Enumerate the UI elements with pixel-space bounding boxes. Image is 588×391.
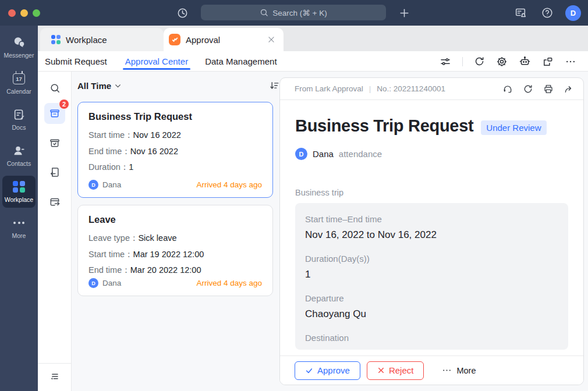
card-row: Leave type：Sick leave (88, 230, 262, 247)
requester-name: Dana (102, 279, 121, 287)
approval-card-leave[interactable]: Leave Leave type：Sick leave Start time：M… (77, 205, 273, 296)
search-input[interactable]: Search (⌘ + K) (201, 5, 386, 20)
status-badge: Under Review (481, 120, 546, 135)
sidebar-item-label: Workplace (5, 196, 33, 203)
pending-count-badge: 2 (59, 99, 69, 109)
settings-gear-icon[interactable] (496, 56, 508, 67)
chevron-down-icon (114, 82, 122, 90)
share-icon[interactable] (564, 84, 574, 94)
card-row: Duration：1 (88, 159, 262, 176)
sidebar-item-contacts[interactable]: Contacts (2, 140, 36, 172)
search-icon (260, 8, 268, 17)
rail-pending-approvals[interactable]: 2 (44, 103, 65, 124)
tab-label: Workplace (66, 35, 107, 45)
sidebar-item-workplace[interactable]: Workplace (2, 176, 36, 208)
approval-app-icon (169, 34, 180, 45)
search-placeholder: Search (⌘ + K) (272, 8, 327, 17)
detail-number: No.: 202211240001 (377, 84, 445, 93)
contacts-icon (12, 144, 26, 158)
approval-content: 2 (38, 72, 588, 391)
refresh-icon[interactable] (474, 56, 485, 67)
workplace-icon (13, 180, 25, 194)
calendar-icon: 17 (13, 72, 25, 86)
print-icon[interactable] (543, 84, 554, 94)
help-icon[interactable] (539, 4, 556, 22)
form-fields-box: Start time–End time Nov 16, 2022 to Nov … (295, 203, 568, 350)
approval-card-business-trip[interactable]: Business Trip Request Start time：Nov 16 … (77, 102, 273, 198)
sidebar-item-label: More (12, 232, 26, 239)
app-sidebar: Messenger 17 Calendar Docs Contacts (0, 26, 38, 391)
sidebar-item-messenger[interactable]: Messenger (2, 31, 36, 63)
card-row: Start time：Mar 19 2022 12:00 (88, 247, 262, 263)
card-title: Leave (88, 214, 262, 225)
arrived-timestamp: Arrived 4 days ago (196, 180, 262, 189)
rail-cc-to-me[interactable] (44, 162, 65, 183)
toolbar-more-icon[interactable] (565, 56, 576, 67)
sidebar-item-label: Contacts (7, 160, 31, 167)
sidebar-item-label: Messenger (4, 52, 34, 59)
history-icon[interactable] (173, 4, 191, 22)
tab-label: Approval (186, 35, 220, 45)
field: Start time–End time Nov 16, 2022 to Nov … (305, 214, 558, 241)
messenger-icon (12, 35, 26, 49)
avatar: D (88, 180, 98, 190)
rail-submitted-by-me[interactable] (44, 191, 65, 212)
notifications-icon[interactable] (512, 4, 529, 22)
requester-name: Dana (102, 180, 121, 189)
detail-refresh-icon[interactable] (523, 84, 533, 94)
subnav-approval-center[interactable]: Approval Center (125, 51, 188, 71)
approval-detail-panel: From Lark Approval | No.: 202211240001 (279, 77, 584, 385)
close-tab-icon[interactable] (267, 35, 275, 44)
card-row: End time：Nov 16 2022 (88, 144, 262, 160)
window-titlebar: Search (⌘ + K) D (0, 0, 588, 26)
rail-processed[interactable] (44, 133, 65, 154)
subnav-data-management[interactable]: Data Management (205, 51, 277, 71)
sidebar-item-calendar[interactable]: 17 Calendar (2, 67, 36, 99)
more-actions-button[interactable]: More (442, 365, 476, 375)
detail-title: Business Trip Request (295, 116, 473, 136)
card-row: End time：Mar 20 2022 12:00 (88, 262, 262, 279)
sort-icon[interactable] (269, 80, 279, 91)
sidebar-item-more[interactable]: More (2, 212, 36, 244)
list-settings-icon[interactable] (44, 366, 65, 387)
card-title: Business Trip Request (88, 111, 262, 122)
docs-icon (13, 108, 26, 122)
tab-strip: Workplace Approval (38, 26, 588, 51)
avatar: D (88, 278, 98, 288)
requester-dept: attendance (339, 149, 382, 159)
detail-footer: Approve Reject More (280, 356, 583, 385)
ellipsis-icon (442, 365, 452, 375)
close-window-button[interactable] (8, 9, 16, 17)
popout-window-icon[interactable] (542, 56, 554, 67)
detail-header: From Lark Approval | No.: 202211240001 (280, 78, 583, 100)
support-headset-icon[interactable] (502, 84, 513, 94)
bot-icon[interactable] (519, 55, 531, 67)
approval-subnav: Submit Request Approval Center Data Mana… (38, 51, 588, 72)
workplace-tab-icon (51, 35, 61, 44)
new-tab-plus-icon[interactable] (395, 4, 413, 22)
sidebar-item-docs[interactable]: Docs (2, 104, 36, 136)
subnav-submit-request[interactable]: Submit Request (45, 51, 107, 71)
more-dots-icon (13, 216, 24, 230)
user-avatar[interactable]: D (565, 5, 581, 21)
toolbar-divider (462, 57, 463, 66)
avatar: D (295, 148, 307, 160)
requester-name: Dana (313, 149, 334, 159)
arrived-timestamp: Arrived 4 days ago (196, 279, 262, 287)
reject-button[interactable]: Reject (367, 361, 424, 380)
filter-sliders-icon[interactable] (440, 56, 451, 67)
approval-rail: 2 (38, 72, 72, 391)
list-search-icon[interactable] (44, 77, 65, 98)
field: Duration(Day(s)) 1 (305, 254, 558, 280)
tab-approval[interactable]: Approval (164, 28, 284, 51)
detail-source: From Lark Approval (295, 84, 363, 93)
check-icon (305, 367, 313, 375)
rail-divider (38, 363, 72, 364)
time-filter-dropdown[interactable]: All Time (77, 81, 122, 91)
zoom-window-button[interactable] (33, 9, 40, 17)
approve-button[interactable]: Approve (295, 361, 360, 380)
tab-workplace[interactable]: Workplace (40, 28, 164, 51)
header-divider: | (369, 84, 371, 93)
minimize-window-button[interactable] (20, 9, 28, 17)
field: Destination (305, 333, 558, 343)
